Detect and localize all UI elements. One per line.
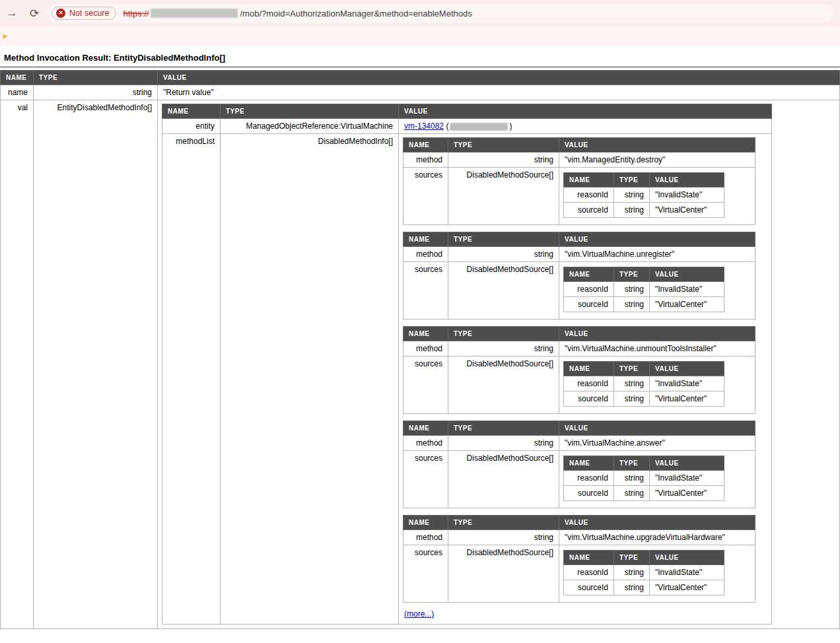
- reload-icon[interactable]: ⟳: [25, 4, 44, 22]
- row-type-cell: string: [614, 187, 650, 203]
- table-row: sourceId string "VirtualCenter": [564, 486, 724, 501]
- col-header-value: VALUE: [158, 71, 840, 85]
- row-type-cell: string: [614, 471, 650, 486]
- redacted-vm-name: [450, 123, 508, 131]
- not-secure-label: Not secure: [69, 9, 109, 18]
- row-value-cell: NAME TYPE VALUE rea: [559, 356, 755, 414]
- col-header-type: TYPE: [614, 551, 650, 565]
- col-header-value: VALUE: [559, 516, 755, 530]
- col-header-value: VALUE: [650, 362, 724, 376]
- row-name-cell: sources: [403, 451, 448, 508]
- paren-open: (: [446, 121, 448, 131]
- sources-table: NAME TYPE VALUE rea: [563, 361, 724, 407]
- more-link[interactable]: (more...): [404, 609, 434, 619]
- sources-table: NAME TYPE VALUE rea: [563, 267, 724, 312]
- col-header-name: NAME: [564, 362, 614, 376]
- row-name-cell: reasonId: [564, 471, 614, 486]
- table-row: method string "vim.VirtualMachine.unmoun…: [403, 341, 755, 356]
- mob-page: Method Invocation Result: EntityDisabled…: [0, 46, 840, 629]
- url-path: /mob/?moid=AuthorizationManager&method=e…: [240, 9, 472, 18]
- entity-disabled-method-info-table: NAME TYPE VALUE entity ManagedObjectRefe…: [162, 104, 772, 625]
- header-row: NAME TYPE VALUE: [403, 232, 755, 247]
- row-value-cell: "VirtualCenter": [650, 297, 724, 312]
- row-name-cell: sourceId: [564, 580, 614, 595]
- row-type-cell: string: [614, 565, 650, 580]
- sources-table: NAME TYPE VALUE rea: [563, 172, 724, 218]
- header-row: NAME TYPE VALUE: [564, 362, 724, 376]
- table-row: sources DisabledMethodSource[] NAME: [403, 262, 755, 320]
- row-value-cell: NAME TYPE VALUE rea: [559, 451, 755, 508]
- table-row: method string "vim.VirtualMachine.answer…: [403, 436, 755, 451]
- col-header-name: NAME: [1, 71, 34, 85]
- table-row: sourceId string "VirtualCenter": [564, 297, 724, 312]
- row-value-cell: "vim.VirtualMachine.unmountToolsInstalle…: [559, 341, 755, 356]
- row-name-cell: sources: [403, 545, 448, 603]
- row-type-cell: DisabledMethodSource[]: [448, 168, 559, 225]
- disabled-method-table: NAME TYPE VALUE method string: [403, 421, 755, 508]
- row-type-cell: string: [448, 530, 559, 545]
- row-name-cell: sourceId: [564, 486, 614, 501]
- not-secure-chip[interactable]: ✕ Not secure: [52, 7, 116, 20]
- row-value-cell: "vim.VirtualMachine.unregister": [559, 247, 755, 262]
- url-text: https:// /mob/?moid=AuthorizationManager…: [123, 9, 472, 18]
- col-header-name: NAME: [403, 138, 448, 152]
- forward-arrow-icon[interactable]: →: [3, 4, 21, 22]
- header-row: NAME TYPE VALUE: [564, 456, 724, 471]
- orange-arrow-icon: ➤: [1, 32, 8, 41]
- paren-close: ): [509, 121, 512, 131]
- row-type-cell: EntityDisabledMethodInfo[]: [34, 100, 158, 629]
- row-name-cell: name: [1, 85, 34, 100]
- address-bar[interactable]: ✕ Not secure https:// /mob/?moid=Authori…: [48, 4, 833, 22]
- row-type-cell: DisabledMethodSource[]: [448, 451, 559, 508]
- table-row: methodList DisabledMethodInfo[] NAME TYP…: [162, 134, 772, 625]
- row-type-cell: string: [448, 152, 559, 168]
- table-row: method string "vim.VirtualMachine.upgrad…: [403, 530, 755, 545]
- col-header-name: NAME: [162, 104, 221, 119]
- row-type-cell: string: [448, 247, 559, 262]
- disabled-method-table: NAME TYPE VALUE method string: [403, 232, 755, 320]
- table-row: reasonId string "InvalidState": [564, 187, 724, 203]
- row-value-cell: NAME TYPE VALUE entity ManagedObjectRefe…: [158, 100, 840, 629]
- col-header-value: VALUE: [559, 421, 755, 436]
- page-title: Method Invocation Result: EntityDisabled…: [0, 50, 840, 67]
- row-type-cell: DisabledMethodInfo[]: [221, 134, 399, 625]
- col-header-value: VALUE: [650, 173, 724, 187]
- col-header-type: TYPE: [34, 71, 158, 85]
- col-header-type: TYPE: [448, 516, 559, 530]
- row-value-cell: "InvalidState": [650, 471, 724, 486]
- row-name-cell: sourceId: [564, 297, 614, 312]
- row-name-cell: entity: [162, 119, 221, 134]
- row-type-cell: string: [448, 341, 559, 356]
- col-header-name: NAME: [403, 327, 448, 341]
- col-header-value: VALUE: [559, 232, 755, 247]
- header-row: NAME TYPE VALUE: [564, 173, 724, 187]
- col-header-name: NAME: [564, 551, 614, 565]
- table-row: sources DisabledMethodSource[] NAME: [403, 356, 755, 414]
- row-type-cell: string: [614, 486, 650, 501]
- row-value-cell: "InvalidState": [650, 187, 724, 203]
- row-value-cell: "VirtualCenter": [650, 203, 724, 218]
- row-value-cell: "vim.VirtualMachine.answer": [559, 436, 755, 451]
- row-name-cell: sources: [403, 356, 448, 414]
- row-type-cell: string: [34, 85, 158, 100]
- col-header-value: VALUE: [650, 456, 724, 471]
- row-name-cell: methodList: [162, 134, 221, 625]
- row-name-cell: sources: [403, 168, 448, 225]
- sources-table: NAME TYPE VALUE rea: [563, 550, 724, 595]
- row-type-cell: DisabledMethodSource[]: [448, 356, 559, 414]
- col-header-name: NAME: [403, 516, 448, 530]
- row-type-cell: ManagedObjectReference:VirtualMachine: [221, 119, 399, 134]
- row-name-cell: method: [403, 247, 448, 262]
- col-header-name: NAME: [564, 456, 614, 471]
- row-value-cell: NAME TYPE VALUE method string: [399, 134, 772, 625]
- row-value-cell: "VirtualCenter": [650, 580, 724, 595]
- header-row: NAME TYPE VALUE: [403, 138, 755, 152]
- row-name-cell: method: [403, 152, 448, 168]
- vm-link[interactable]: vm-134082: [404, 121, 444, 131]
- table-row: reasonId string "InvalidState": [564, 282, 724, 297]
- table-row: reasonId string "InvalidState": [564, 376, 724, 391]
- row-name-cell: sourceId: [564, 391, 614, 407]
- table-row: sourceId string "VirtualCenter": [564, 580, 724, 595]
- row-type-cell: DisabledMethodSource[]: [448, 545, 559, 603]
- col-header-type: TYPE: [614, 267, 650, 282]
